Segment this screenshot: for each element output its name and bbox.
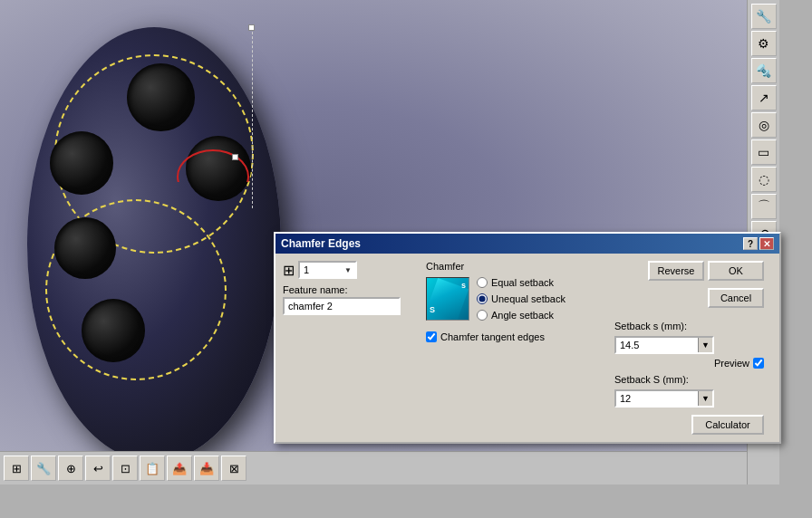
chamfer-icon: s S [426, 277, 469, 321]
reverse-button[interactable]: Reverse [648, 261, 704, 281]
radio-angle-label[interactable]: Angle setback [491, 310, 554, 321]
toolbar-btn-9[interactable]: ⊠ [221, 456, 246, 481]
handle-top[interactable] [248, 24, 255, 31]
left-panel: ⊞ 1 ▼ Feature name: [283, 261, 419, 435]
toolbar-btn-8[interactable]: 📥 [194, 456, 219, 481]
step-dropdown-row: ⊞ 1 ▼ [283, 261, 419, 279]
toolbar-btn-2[interactable]: 🔧 [31, 456, 56, 481]
hole-2 [50, 131, 113, 195]
setback-S-label: Setback S (mm): [614, 374, 764, 385]
dialog-title: Chamfer Edges [281, 237, 361, 250]
setback-s-value: 14.5 [616, 340, 698, 350]
step-dropdown-arrow: ▼ [344, 266, 352, 274]
radio-angle-input[interactable] [477, 310, 488, 321]
toolbar-btn-6[interactable]: 📋 [140, 456, 165, 481]
tangent-edges-row: Chamfer tangent edges [426, 331, 607, 342]
chamfer-edges-dialog: Chamfer Edges ? ✕ ⊞ 1 ▼ Feature name: [274, 232, 781, 444]
toolbar-btn-3[interactable]: ⊕ [58, 456, 83, 481]
right-panel: Reverse OK Cancel Setback s (mm): 14.5 ▼… [614, 261, 764, 435]
dialog-body: ⊞ 1 ▼ Feature name: Chamfer s S [276, 254, 779, 442]
bottom-toolbar: ⊞ 🔧 ⊕ ↩ ⊡ 📋 📤 📥 ⊠ [0, 451, 779, 484]
handle-mid[interactable] [232, 154, 238, 160]
setback-S-arrow[interactable]: ▼ [698, 391, 712, 406]
chamfer-options: s S Equal setback Unequal setback [426, 277, 607, 321]
radio-equal-setback: Equal setback [477, 277, 566, 288]
top-buttons: Reverse OK [614, 261, 764, 281]
setback-S-value: 12 [616, 393, 698, 404]
dialog-help-button[interactable]: ? [743, 237, 758, 250]
ok-button[interactable]: OK [708, 261, 764, 281]
radio-unequal-setback: Unequal setback [477, 293, 566, 304]
radio-equal-label[interactable]: Equal setback [491, 277, 554, 288]
radio-unequal-label[interactable]: Unequal setback [491, 293, 566, 304]
setback-s-label: Setback s (mm): [614, 321, 764, 331]
radio-equal-input[interactable] [477, 277, 488, 288]
tangent-edges-label[interactable]: Chamfer tangent edges [440, 331, 545, 342]
feature-name-label: Feature name: [283, 284, 419, 295]
preview-checkbox[interactable] [753, 358, 764, 369]
toolbar-btn-7[interactable]: 📤 [167, 456, 192, 481]
preview-label: Preview [714, 358, 749, 369]
radio-angle-setback: Angle setback [477, 310, 566, 321]
setback-S-dropdown[interactable]: 12 ▼ [614, 389, 714, 408]
right-btn-2[interactable]: ⚙ [751, 31, 777, 56]
dialog-titlebar: Chamfer Edges ? ✕ [276, 234, 779, 254]
calculator-button[interactable]: Calculator [691, 415, 764, 435]
chamfer-section-label: Chamfer [426, 261, 607, 272]
right-btn-4[interactable]: ↗ [751, 85, 777, 110]
right-btn-7[interactable]: ◌ [751, 167, 777, 192]
radio-unequal-input[interactable] [477, 293, 488, 304]
right-btn-1[interactable]: 🔧 [751, 4, 777, 29]
preview-row: Preview [614, 358, 764, 369]
right-btn-5[interactable]: ◎ [751, 112, 777, 138]
toolbar-btn-1[interactable]: ⊞ [4, 456, 29, 481]
radio-group: Equal setback Unequal setback Angle setb… [477, 277, 566, 321]
step-dropdown[interactable]: 1 ▼ [298, 261, 357, 279]
setback-s-arrow[interactable]: ▼ [698, 338, 712, 352]
hole-4 [54, 217, 116, 279]
hole-5 [82, 299, 145, 362]
chamfer-s-top-label: s [461, 281, 466, 290]
right-btn-3[interactable]: 🔩 [751, 58, 777, 83]
construction-line [252, 27, 253, 208]
toolbar-btn-5[interactable]: ⊡ [112, 456, 138, 481]
chamfer-s-bottom-label: S [430, 305, 435, 314]
middle-panel: Chamfer s S Equal setback Unequa [426, 261, 607, 435]
right-btn-6[interactable]: ▭ [751, 139, 777, 165]
feature-name-section: Feature name: [283, 284, 419, 315]
feature-name-input[interactable] [283, 297, 401, 315]
hole-1 [127, 63, 195, 131]
tangent-edges-checkbox[interactable] [426, 331, 437, 342]
right-btn-8[interactable]: ⌒ [751, 194, 777, 219]
step-icon: ⊞ [283, 262, 295, 279]
toolbar-btn-4[interactable]: ↩ [85, 456, 111, 481]
dialog-close-button[interactable]: ✕ [759, 237, 774, 250]
setback-s-dropdown[interactable]: 14.5 ▼ [614, 336, 714, 354]
cancel-button[interactable]: Cancel [708, 288, 764, 308]
dialog-title-buttons: ? ✕ [743, 237, 774, 250]
step-dropdown-value: 1 [304, 264, 309, 275]
